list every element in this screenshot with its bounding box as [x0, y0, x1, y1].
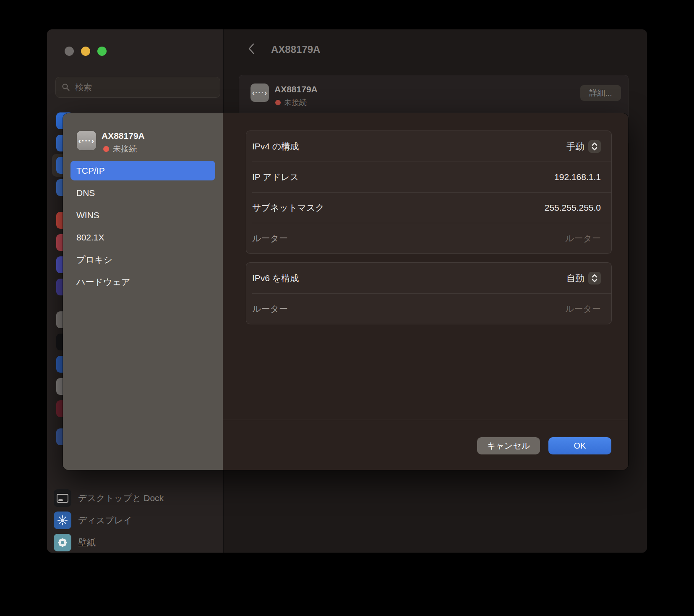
minimize-button[interactable] [81, 47, 90, 56]
sheet-sidebar: ‹···› AX88179A 未接続 TCP/IP DNS WINS 802.1… [63, 113, 223, 470]
subnet-mask-label: サブネットマスク [252, 202, 324, 214]
device-name: AX88179A [102, 131, 145, 141]
device-status: 未接続 [103, 144, 137, 154]
sidebar-item-label: ディスプレイ [78, 514, 132, 526]
status-text: 未接続 [284, 97, 307, 107]
ipv6-configure-select[interactable] [588, 272, 601, 285]
ipv4-configure-label: IPv4 の構成 [252, 141, 299, 152]
sheet-content: IPv4 の構成 手動 IP アドレス 192.168.1.1 サブネットマスク [223, 113, 628, 470]
up-down-chevrons-icon [590, 141, 600, 152]
sidebar-item-desktop-dock[interactable]: デスクトップと Dock [54, 489, 164, 507]
sidebar-item-label: デスクトップと Dock [78, 492, 164, 504]
ok-button[interactable]: OK [548, 437, 611, 454]
desktop-dock-icon [54, 489, 71, 507]
ip-address-row: IP アドレス 192.168.1.1 [246, 162, 611, 192]
back-chevron-icon[interactable] [247, 42, 257, 55]
search-icon [62, 83, 70, 91]
status-dot [275, 100, 281, 105]
device-name: AX88179A [274, 84, 318, 94]
ipv4-router-row: ルーター ルーター [246, 223, 611, 253]
search-input[interactable] [74, 82, 214, 93]
zoom-button[interactable] [97, 47, 107, 56]
device-status: 未接続 [275, 97, 307, 107]
screen: { "colors": { "accent": "#4879e2", "ok_b… [0, 0, 694, 616]
ip-address-label: IP アドレス [252, 171, 299, 183]
wallpaper-icon [54, 534, 71, 551]
sidebar-item-label: 壁紙 [78, 537, 96, 548]
footer-divider [223, 420, 628, 420]
sheet-nav: TCP/IP DNS WINS 802.1X プロキシ ハードウェア [70, 161, 215, 292]
ipv6-group: IPv6 を構成 自動 ルーター ルーター [246, 262, 612, 324]
ipv4-router-label: ルーター [252, 232, 288, 244]
subnet-mask-field[interactable]: 255.255.255.0 [545, 203, 601, 213]
ipv6-configure-value: 自動 [566, 272, 584, 284]
sidebar-item-wallpaper[interactable]: 壁紙 [54, 534, 96, 551]
ipv4-group: IPv4 の構成 手動 IP アドレス 192.168.1.1 サブネットマスク [246, 131, 612, 254]
ipv6-router-label: ルーター [252, 303, 288, 315]
tab-dns[interactable]: DNS [70, 183, 215, 203]
up-down-chevrons-icon [590, 273, 600, 284]
tcpip-settings-sheet: ‹···› AX88179A 未接続 TCP/IP DNS WINS 802.1… [63, 113, 628, 470]
ipv4-router-field[interactable]: ルーター [565, 232, 601, 244]
tab-wins[interactable]: WINS [70, 205, 215, 225]
ipv6-configure-row: IPv6 を構成 自動 [246, 263, 611, 293]
tab-8021x[interactable]: 802.1X [70, 227, 215, 247]
status-text: 未接続 [113, 144, 137, 154]
tab-hardware[interactable]: ハードウェア [70, 272, 215, 292]
tab-proxies[interactable]: プロキシ [70, 250, 215, 269]
status-dot [103, 146, 109, 152]
ethernet-adapter-icon: ‹···› [250, 84, 269, 102]
sidebar-item-display[interactable]: ディスプレイ [54, 512, 132, 529]
ipv4-configure-row: IPv4 の構成 手動 [246, 131, 611, 162]
ipv6-configure-label: IPv6 を構成 [252, 272, 299, 284]
ipv4-configure-select[interactable] [588, 140, 601, 153]
cancel-button[interactable]: キャンセル [477, 437, 540, 454]
subnet-mask-row: サブネットマスク 255.255.255.0 [246, 192, 611, 223]
page-title: AX88179A [271, 44, 320, 55]
ipv4-configure-value: 手動 [566, 141, 584, 152]
ethernet-adapter-icon: ‹···› [77, 131, 96, 150]
tab-tcpip[interactable]: TCP/IP [70, 161, 215, 180]
details-button[interactable]: 詳細... [580, 85, 621, 101]
close-button[interactable] [65, 47, 74, 56]
ip-address-field[interactable]: 192.168.1.1 [554, 172, 601, 182]
search-field[interactable] [55, 77, 220, 98]
display-icon [54, 512, 71, 529]
ipv6-router-field[interactable]: ルーター [565, 303, 601, 315]
ipv6-router-row: ルーター ルーター [246, 293, 611, 324]
